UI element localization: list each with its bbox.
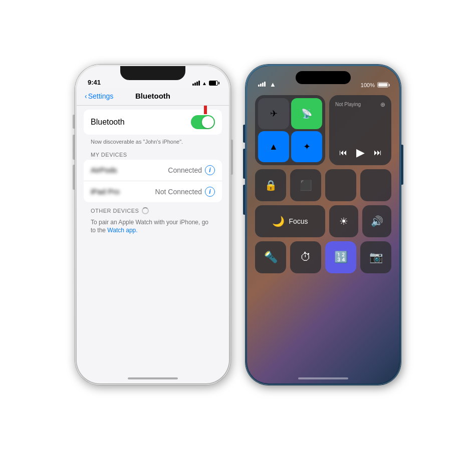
- bluetooth-toggle-row[interactable]: Bluetooth: [91, 110, 215, 135]
- phone1-wifi-icon: ▲: [202, 81, 207, 86]
- phone2-battery-body: [377, 82, 388, 88]
- screen-mirror-btn[interactable]: ⬛: [290, 169, 321, 201]
- wifi-btn[interactable]: ▲: [258, 131, 289, 162]
- brightness-icon: ☀: [339, 215, 348, 227]
- cc-row-3: 🌙 Focus ☀ 🔊: [255, 205, 391, 237]
- phone2-device: ▲ 100%: [246, 65, 401, 385]
- phone1-back-button[interactable]: ‹ Settings: [85, 92, 113, 100]
- cc-btn-placeholder-2[interactable]: [360, 169, 391, 201]
- phone1-battery-icon: [209, 81, 218, 86]
- bluetooth-label: Bluetooth: [91, 118, 125, 127]
- my-devices-header: MY DEVICES: [77, 149, 229, 160]
- watch-pair-text: To pair an Apple Watch with your iPhone,…: [77, 216, 229, 239]
- phone1-nav-bar: ‹ Settings Bluetooth: [77, 88, 229, 106]
- control-center-screen: ▲ 100%: [247, 66, 399, 383]
- brightness-btn[interactable]: ☀: [329, 205, 358, 237]
- device-name-0: AirPods: [91, 166, 117, 174]
- cc-row-1: ✈ 📡 ▲ ✦: [255, 95, 391, 165]
- flashlight-icon: 🔦: [264, 251, 278, 264]
- calculator-btn[interactable]: 🔢: [325, 241, 356, 273]
- device-info-btn-1[interactable]: i: [205, 187, 215, 197]
- device-not-connected-label-1: Not Connected: [155, 188, 202, 196]
- signal-bar-3: [196, 82, 198, 86]
- phone2-screen: ▲ 100%: [247, 66, 399, 383]
- airplay-icon[interactable]: ⊕: [380, 101, 385, 108]
- phone2-battery-pct: 100%: [361, 82, 375, 88]
- wifi-icon: ▲: [269, 142, 278, 151]
- chevron-left-icon: ‹: [85, 92, 87, 100]
- phone1-notch: [120, 66, 185, 80]
- control-center-grid: ✈ 📡 ▲ ✦: [247, 91, 399, 383]
- play-btn[interactable]: ▶: [356, 146, 365, 159]
- p2-sig-4: [264, 82, 266, 87]
- phone1-side-btn-vol-up: [73, 135, 75, 160]
- device-info-btn-0[interactable]: i: [205, 165, 215, 175]
- now-playing-block: Not Playing ⊕ ⏮ ▶ ⏭: [329, 95, 391, 165]
- watch-app-link[interactable]: Watch app.: [107, 227, 137, 234]
- volume-icon: 🔊: [371, 215, 383, 227]
- now-playing-label: Not Playing: [335, 102, 361, 107]
- phone2-notch: [296, 71, 351, 84]
- airplane-mode-btn[interactable]: ✈: [258, 98, 289, 129]
- device-row-1[interactable]: iPad Pro Not Connected i: [84, 181, 222, 202]
- p2-sig-3: [262, 83, 264, 87]
- focus-btn[interactable]: 🌙 Focus: [255, 205, 325, 237]
- phone2-wifi-icon: ▲: [270, 81, 276, 88]
- signal-bar-1: [192, 84, 194, 86]
- timer-btn[interactable]: ⏱: [290, 241, 321, 273]
- cc-row-2: 🔒 ⬛: [255, 169, 391, 201]
- phone1-side-btn-mute: [73, 115, 75, 129]
- bluetooth-toggle[interactable]: [191, 115, 215, 129]
- phone1-home-bar: [128, 377, 178, 379]
- other-devices-section: OTHER DEVICES To pair an Apple Watch wit…: [77, 204, 229, 239]
- device-row-0[interactable]: AirPods Connected i: [84, 160, 222, 181]
- focus-label: Focus: [289, 217, 308, 225]
- cc-btn-placeholder-1[interactable]: [325, 169, 356, 201]
- phone2-battery: [377, 82, 388, 88]
- prev-btn[interactable]: ⏮: [339, 148, 347, 157]
- other-devices-header: OTHER DEVICES: [91, 208, 139, 214]
- phone1-battery-fill: [209, 81, 216, 85]
- phone1-side-btn-vol-down: [73, 165, 75, 190]
- phone1-page-title: Bluetooth: [135, 92, 170, 100]
- phone2-status-left-icons: ▲: [258, 81, 276, 88]
- next-btn[interactable]: ⏭: [374, 148, 382, 157]
- cc-row-4: 🔦 ⏱ 🔢 📷: [255, 241, 391, 273]
- phone1-signal: [192, 81, 200, 86]
- signal-bar-4: [198, 81, 200, 86]
- phone2-side-btn-vol-up: [243, 149, 245, 179]
- red-arrow: [201, 106, 210, 114]
- phone1-time: 9:41: [88, 79, 101, 86]
- bluetooth-icon: ✦: [303, 142, 311, 151]
- rotation-lock-icon: 🔒: [265, 179, 277, 191]
- phone1-side-btn-power: [231, 140, 233, 175]
- screen-mirror-icon: ⬛: [300, 179, 312, 191]
- focus-moon-icon: 🌙: [272, 215, 285, 227]
- camera-btn[interactable]: 📷: [360, 241, 391, 273]
- bluetooth-toggle-section: Bluetooth: [84, 110, 222, 135]
- camera-icon: 📷: [369, 251, 383, 264]
- phone2-battery-fill: [378, 83, 387, 87]
- bluetooth-cc-btn[interactable]: ✦: [291, 131, 322, 162]
- hotspot-btn[interactable]: 📡: [291, 98, 322, 129]
- device-status-0: Connected i: [168, 165, 215, 175]
- connectivity-block: ✈ 📡 ▲ ✦: [255, 95, 325, 165]
- phone1-device: 9:41 ▲ ‹ Settings Bluetooth: [75, 65, 230, 385]
- phone1-settings-content: Bluetooth Now discov: [77, 106, 229, 239]
- red-arrow-shaft: [204, 106, 207, 114]
- scanning-spinner: [142, 207, 149, 214]
- now-playing-top: Not Playing ⊕: [335, 101, 385, 108]
- device-list: AirPods Connected i iPad Pro Not Connect…: [84, 160, 222, 202]
- flashlight-btn[interactable]: 🔦: [255, 241, 286, 273]
- airplane-icon: ✈: [270, 109, 278, 118]
- rotation-lock-btn[interactable]: 🔒: [255, 169, 286, 201]
- phone2-status-right-icons: 100%: [361, 82, 388, 88]
- volume-btn[interactable]: 🔊: [362, 205, 391, 237]
- discoverable-text: Now discoverable as "John's iPhone".: [77, 139, 229, 149]
- toggle-thumb: [202, 116, 214, 128]
- now-playing-controls: ⏮ ▶ ⏭: [335, 146, 385, 159]
- device-name-1: iPad Pro: [91, 187, 120, 196]
- timer-icon: ⏱: [300, 251, 311, 264]
- phone1-back-label[interactable]: Settings: [88, 92, 114, 100]
- other-devices-header-row: OTHER DEVICES: [77, 204, 229, 216]
